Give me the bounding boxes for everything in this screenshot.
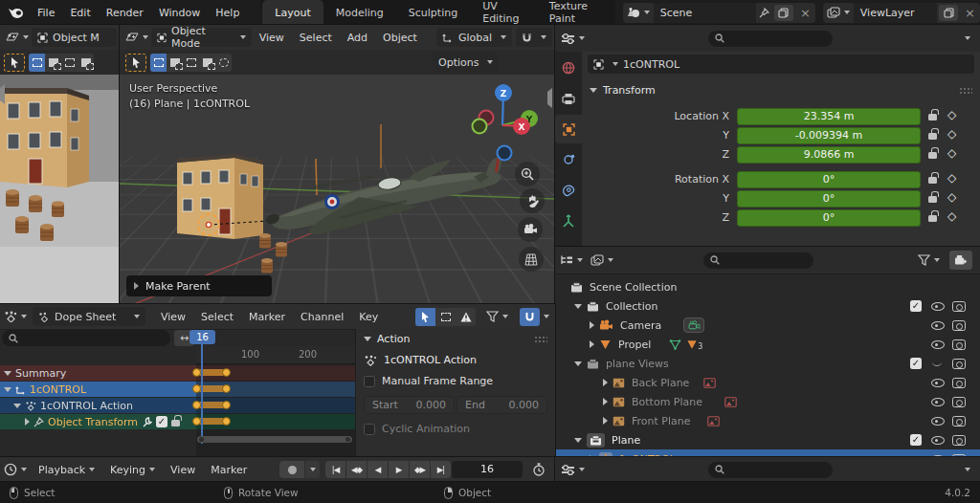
lock-icon[interactable] (928, 114, 937, 120)
cyclic-checkbox[interactable] (364, 424, 375, 435)
keyframe-diamond-icon[interactable] (947, 191, 956, 203)
menu-channel[interactable]: Channel (293, 304, 351, 329)
disclosure-icon[interactable] (4, 387, 11, 392)
camera-data-badge[interactable] (683, 317, 704, 333)
timecode-toggle-icon[interactable] (532, 463, 546, 476)
start-frame-field[interactable]: Start 0.000 (364, 396, 455, 414)
enable-checkbox[interactable] (156, 416, 167, 427)
hide-eye-icon[interactable] (931, 433, 945, 447)
hide-eye-icon[interactable] (931, 299, 945, 313)
breadcrumb[interactable]: 1cONTROL (588, 55, 974, 74)
next-keyframe-button[interactable]: ◆▶ (410, 461, 430, 478)
outliner-row-plane-views[interactable]: plane Views (555, 354, 980, 373)
location-x-field[interactable]: 23.354 m (737, 108, 921, 125)
disclosure-icon[interactable] (603, 379, 608, 386)
region-collapse-icon[interactable] (0, 88, 5, 100)
render-camera-icon[interactable] (952, 301, 966, 312)
menu-view[interactable]: View (163, 457, 203, 482)
lock-icon[interactable] (928, 152, 937, 159)
channel-summary[interactable]: Summary (0, 365, 355, 381)
navigation-gizmo[interactable]: Z Y X (441, 78, 546, 174)
render-camera-icon[interactable] (952, 339, 966, 350)
mini-building[interactable] (0, 88, 89, 187)
exclude-checkbox[interactable] (910, 434, 922, 446)
hide-eye-icon[interactable] (931, 395, 945, 408)
outliner-row-front-plane[interactable]: Front Plane (555, 411, 980, 430)
tab-constraints-properties[interactable] (555, 176, 582, 205)
menu-view[interactable]: View (252, 25, 292, 50)
location-z-field[interactable]: 9.0866 m (737, 146, 921, 164)
menu-object[interactable]: Object (375, 25, 425, 50)
zoom-button[interactable] (515, 162, 540, 186)
render-camera-icon[interactable] (952, 320, 966, 331)
outliner-row-back-plane[interactable]: Back Plane (555, 373, 980, 392)
outliner-row-propel[interactable]: Propel 3 (555, 335, 980, 354)
horizontal-scrollbar[interactable] (197, 436, 352, 443)
editor-type-3dview-icon[interactable] (122, 32, 151, 43)
outliner-row-plane[interactable]: Plane (555, 430, 980, 449)
timeline-ruler[interactable]: 100 200 (196, 346, 355, 363)
select-box-button[interactable] (150, 54, 167, 72)
properties-options-icon[interactable] (965, 468, 970, 471)
lock-icon[interactable] (928, 177, 937, 184)
disclosure-icon[interactable] (4, 371, 11, 376)
play-button[interactable]: ▶ (389, 461, 409, 478)
tab-object-properties[interactable] (555, 115, 582, 143)
outliner-row-scene-collection[interactable]: Scene Collection (555, 277, 980, 296)
disclosure-icon[interactable] (603, 398, 608, 405)
location-y-field[interactable]: -0.009394 m (737, 127, 921, 144)
disclosure-icon[interactable] (574, 438, 582, 443)
select-intersect-button[interactable] (215, 54, 232, 72)
jump-to-start-button[interactable]: |◀ (325, 461, 345, 478)
exclude-checkbox[interactable] (910, 358, 922, 369)
channel-search-input[interactable] (2, 330, 170, 346)
current-frame-badge[interactable]: 16 (189, 330, 215, 344)
cyclic-animation-row[interactable]: Cyclic Animation (364, 423, 547, 435)
render-camera-icon[interactable] (952, 397, 966, 407)
keyframe-diamond[interactable] (222, 384, 231, 393)
properties-search-input[interactable] (708, 462, 833, 478)
keyframe-diamond[interactable] (192, 417, 201, 426)
image-data-badge[interactable] (724, 397, 737, 407)
lock-icon[interactable] (928, 133, 937, 140)
current-frame-field[interactable]: 16 (452, 461, 523, 478)
disclosure-icon[interactable] (574, 304, 582, 309)
keyframe-diamond-icon[interactable] (947, 210, 956, 222)
end-frame-field[interactable]: End 0.000 (457, 396, 547, 414)
tab-modeling[interactable]: Modeling (323, 0, 396, 25)
menu-view[interactable]: View (153, 304, 193, 329)
tab-physics-properties[interactable] (555, 145, 582, 174)
manual-frame-range-checkbox[interactable] (364, 376, 375, 387)
gizmo-z-neg[interactable] (498, 146, 512, 161)
menu-marker[interactable]: Marker (241, 304, 293, 329)
hide-eye-icon[interactable] (931, 414, 945, 427)
scene-name-field[interactable]: Scene (654, 3, 756, 23)
render-camera-icon[interactable] (952, 359, 966, 369)
select-extend-button[interactable] (167, 54, 183, 72)
lock-icon[interactable] (171, 420, 180, 426)
disclosure-icon[interactable] (574, 361, 582, 366)
tab-layout[interactable]: Layout (262, 0, 323, 25)
keyframe-diamond[interactable] (192, 401, 201, 409)
show-hidden-button[interactable] (435, 308, 456, 326)
tweak-tool-button[interactable] (125, 54, 146, 72)
viewport-canvas[interactable]: User Perspective (16) Plane | 1cONTROL Z… (120, 75, 555, 304)
keyframe-diamond[interactable] (192, 384, 201, 393)
menu-select[interactable]: Select (292, 25, 340, 50)
hide-eye-closed-icon[interactable] (931, 357, 945, 370)
new-collection-button[interactable] (949, 251, 972, 270)
mini-mode-dropdown[interactable]: Object M (32, 28, 117, 47)
tab-world-properties[interactable] (555, 54, 582, 82)
dopesheet-mode-dropdown[interactable]: Dope Sheet (33, 307, 145, 326)
scene-icon[interactable] (623, 7, 654, 18)
render-camera-icon[interactable] (952, 435, 966, 446)
channel-action[interactable]: 1cONTROL Action (0, 398, 355, 413)
editor-type-properties-icon[interactable] (561, 464, 585, 476)
camera-view-button[interactable] (518, 217, 543, 242)
editor-type-properties-icon[interactable] (561, 33, 585, 45)
image-data-badge[interactable] (703, 378, 716, 388)
exclude-checkbox[interactable] (910, 300, 922, 312)
keyframe-diamond[interactable] (222, 401, 231, 409)
tab-data-properties[interactable] (555, 207, 582, 235)
render-camera-icon[interactable] (952, 378, 966, 388)
